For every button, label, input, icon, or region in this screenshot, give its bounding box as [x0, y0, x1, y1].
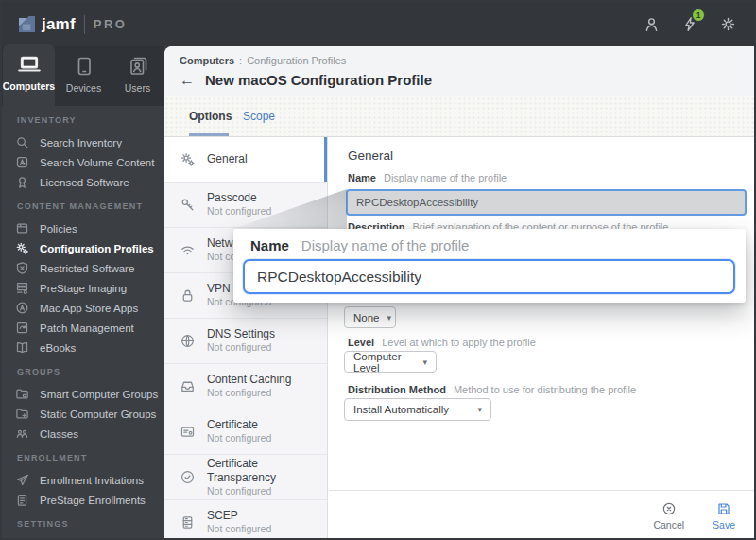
distribution-method-label: Distribution Method: [348, 384, 446, 395]
top-bar-actions: 1: [643, 15, 737, 33]
sidebar-item-enrollment-invitations[interactable]: Enrollment Invitations: [2, 470, 164, 490]
chevron-down-icon: ▾: [387, 313, 392, 322]
sidebar-section-inventory: INVENTORY: [17, 115, 149, 129]
gears-icon: [180, 151, 196, 167]
open-book-icon: [15, 340, 29, 355]
sidebar-item-label: eBooks: [40, 342, 76, 354]
notifications-button[interactable]: 1: [681, 15, 698, 33]
payload-certificate-transparency[interactable]: Certificate Transparency Not configured: [164, 455, 327, 500]
sidebar-item-static-computer-groups[interactable]: Static Computer Groups: [2, 404, 164, 424]
payload-name: Content Caching: [207, 373, 291, 387]
payload-scep[interactable]: SCEP Not configured: [164, 500, 327, 540]
settings-button[interactable]: [719, 15, 737, 33]
back-arrow-icon[interactable]: ←: [180, 73, 195, 88]
payload-general[interactable]: General: [164, 137, 327, 183]
popup-name-input[interactable]: [243, 259, 735, 294]
popup-name-hint: Display name of the profile: [301, 237, 470, 253]
paper-plane-icon: [15, 473, 29, 487]
user-icon: [643, 15, 661, 33]
jamf-pro-window: jamf PRO 1: [0, 0, 756, 540]
sidebar-item-prestage-imaging[interactable]: PreStage Imaging: [2, 278, 164, 298]
jamf-logo-mark-icon: [19, 16, 35, 32]
sidebar-item-mac-app-store-apps[interactable]: Mac App Store Apps: [2, 298, 164, 318]
sidebar-item-prestage-enrollments[interactable]: PreStage Enrollments: [2, 490, 164, 510]
breadcrumb-configuration-profiles[interactable]: Configuration Profiles: [247, 55, 346, 66]
title-row: ← New macOS Configuration Profile: [180, 72, 432, 88]
logo-divider: [84, 15, 85, 34]
account-button[interactable]: [643, 15, 661, 33]
payload-content-caching[interactable]: Content Caching Not configured: [164, 364, 327, 409]
jamf-pro-logo[interactable]: jamf PRO: [19, 15, 127, 34]
action-footer: Cancel Save: [329, 490, 756, 540]
payload-dns-settings[interactable]: DNS Settings Not configured: [164, 319, 327, 364]
general-form: General Name Display name of the profile…: [329, 137, 756, 540]
profile-tabs: Options Scope: [164, 96, 756, 137]
sidebar-item-search-inventory[interactable]: Search Inventory: [2, 132, 164, 152]
level-select[interactable]: Computer Level ▾: [344, 351, 437, 373]
laptop-icon: [17, 53, 42, 76]
page-header: Computers : Configuration Profiles ← New…: [164, 46, 756, 96]
sidebar-item-ebooks[interactable]: eBooks: [2, 338, 164, 357]
sidebar-item-management-settings[interactable]: Management Settings: [2, 536, 164, 540]
sidebar-section-groups: GROUPS: [17, 367, 149, 380]
clipboard-list-icon: [15, 493, 29, 507]
category-value: None: [353, 312, 380, 323]
payload-list: General Passcode Not configured Network …: [164, 137, 328, 540]
sidebar-item-classes[interactable]: Classes: [2, 424, 164, 444]
payload-status: Not configured: [207, 387, 291, 400]
payload-name: General: [207, 152, 248, 166]
tablet-icon: [73, 55, 95, 78]
sidebar-item-patch-management[interactable]: Patch Management: [2, 318, 164, 338]
sidebar-item-smart-computer-groups[interactable]: Smart Computer Groups: [2, 384, 164, 404]
distribution-method-hint: Method to use for distributing the profi…: [454, 384, 636, 395]
circle-a-icon: [15, 301, 29, 315]
stacked-list-gear-icon: [15, 281, 29, 295]
window-icon: [15, 221, 29, 235]
level-hint: Level at which to apply the profile: [382, 337, 536, 348]
sidebar-item-policies[interactable]: Policies: [2, 218, 164, 238]
tab-options[interactable]: Options: [189, 110, 232, 123]
sidebar-item-label: Mac App Store Apps: [40, 303, 138, 314]
sidebar-item-label: Policies: [40, 223, 77, 235]
payload-name: SCEP: [207, 509, 271, 523]
payload-status: Not configured: [207, 205, 271, 218]
sidebar-item-configuration-profiles[interactable]: Configuration Profiles: [2, 238, 164, 258]
cancel-button[interactable]: Cancel: [653, 501, 684, 531]
logo-suffix: PRO: [94, 17, 128, 31]
sidebar-nav: INVENTORY Search Inventory Search Volume…: [2, 106, 164, 540]
save-label: Save: [713, 519, 735, 531]
app-box-icon: [15, 155, 29, 169]
users-cards-icon: [127, 55, 149, 78]
popup-name-label: Name: [250, 237, 289, 253]
sidebar-item-label: Classes: [40, 428, 78, 440]
payload-name: DNS Settings: [207, 327, 275, 341]
payload-certificate[interactable]: Certificate Not configured: [164, 409, 327, 455]
save-button[interactable]: Save: [713, 501, 735, 531]
name-input[interactable]: [346, 189, 747, 216]
payload-status: Not configured: [207, 523, 271, 536]
tab-scope[interactable]: Scope: [243, 110, 275, 123]
tab-users[interactable]: Users: [112, 46, 163, 106]
active-tab-underline: [189, 133, 229, 136]
tab-computers-label: Computers: [3, 80, 55, 92]
tab-devices[interactable]: Devices: [58, 46, 110, 106]
tab-computers[interactable]: Computers: [3, 44, 55, 106]
level-value: Computer Level: [353, 351, 415, 374]
category-select[interactable]: None ▾: [344, 306, 396, 328]
distribution-method-select[interactable]: Install Automatically ▾: [344, 398, 491, 421]
cancel-circle-x-icon: [662, 501, 677, 516]
gears-icon: [15, 241, 29, 255]
chevron-down-icon: ▾: [422, 357, 427, 367]
sidebar-item-restricted-software[interactable]: Restricted Software: [2, 258, 164, 278]
sidebar-item-label: Search Volume Content: [40, 157, 154, 168]
chevron-down-icon: ▾: [477, 405, 482, 414]
folder-plus-icon: [15, 407, 29, 421]
breadcrumb-computers[interactable]: Computers: [180, 55, 234, 66]
payload-name: Certificate Transparency: [207, 457, 318, 485]
people-group-icon: [15, 427, 29, 441]
name-hint: Display name of the profile: [384, 172, 507, 183]
sidebar-item-search-volume-content[interactable]: Search Volume Content: [2, 152, 164, 172]
window-refresh-icon: [15, 321, 29, 335]
sidebar-item-licensed-software[interactable]: Licensed Software: [2, 172, 164, 192]
level-label-row: Level Level at which to apply the profil…: [348, 337, 536, 348]
